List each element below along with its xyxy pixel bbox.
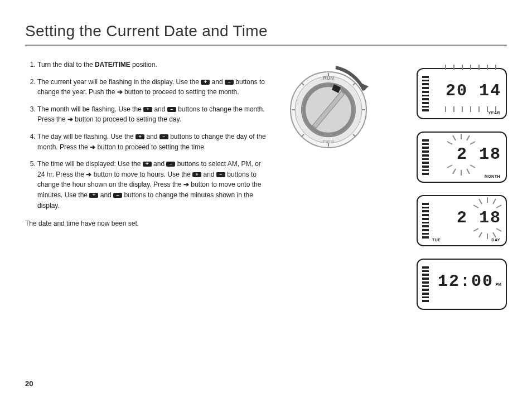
plus-icon: + [192, 172, 201, 177]
plus-icon: + [136, 134, 144, 139]
dial-pump-label: Pump [323, 139, 335, 144]
display-time: 12:00 PM [417, 259, 507, 310]
plus-icon: + [201, 80, 210, 85]
display-day: 2 18 DAY TUE [417, 195, 507, 246]
arrow-icon: ➔ [86, 171, 91, 178]
display-column: 20 14 YEAR 2 18 MONTH [390, 60, 507, 310]
display-month: 2 18 MONTH [417, 132, 507, 183]
instructions-column: Turn the dial to the DATE/TIME position.… [25, 60, 268, 310]
title-rule [25, 45, 507, 46]
dial-illustration: RUN Pump [283, 60, 375, 152]
minus-icon: – [159, 134, 168, 139]
step-4: The day will be flashing. Use the + and … [37, 132, 268, 152]
display-month-label: MONTH [485, 174, 500, 178]
page-title: Setting the Current Date and Time [25, 22, 507, 40]
display-time-pm: PM [496, 283, 502, 286]
minus-icon: – [166, 162, 175, 167]
display-day-label: DAY [491, 238, 500, 242]
display-year: 20 14 YEAR [417, 68, 507, 119]
display-day-value: 2 18 [439, 201, 501, 235]
plus-icon: + [89, 193, 98, 198]
step-5: The time will be displayed: Use the + an… [37, 159, 268, 211]
step-2: The current year will be flashing in the… [37, 77, 268, 98]
display-time-value: 12:00 [439, 264, 494, 299]
display-month-value: 2 18 [439, 137, 501, 172]
minus-icon: – [216, 172, 225, 177]
arrow-icon: ➔ [67, 115, 73, 123]
arrow-icon: ➔ [117, 88, 123, 96]
plus-icon: + [143, 162, 152, 167]
page-number: 20 [25, 379, 33, 388]
display-year-value: 20 14 [439, 74, 501, 108]
minus-icon: – [113, 193, 122, 198]
plus-icon: + [143, 107, 152, 112]
arrow-icon: ➔ [90, 143, 95, 151]
step-3: The month will be flashing. Use the + an… [37, 104, 268, 125]
display-year-label: YEAR [489, 111, 500, 115]
arrow-icon: ➔ [183, 181, 189, 188]
dial-run-label: RUN [323, 75, 334, 81]
minus-icon: – [167, 107, 176, 112]
step-1: Turn the dial to the DATE/TIME position. [37, 60, 268, 70]
closing-text: The date and time have now been set. [25, 218, 268, 229]
display-weekday: TUE [432, 238, 441, 242]
minus-icon: – [225, 80, 234, 85]
